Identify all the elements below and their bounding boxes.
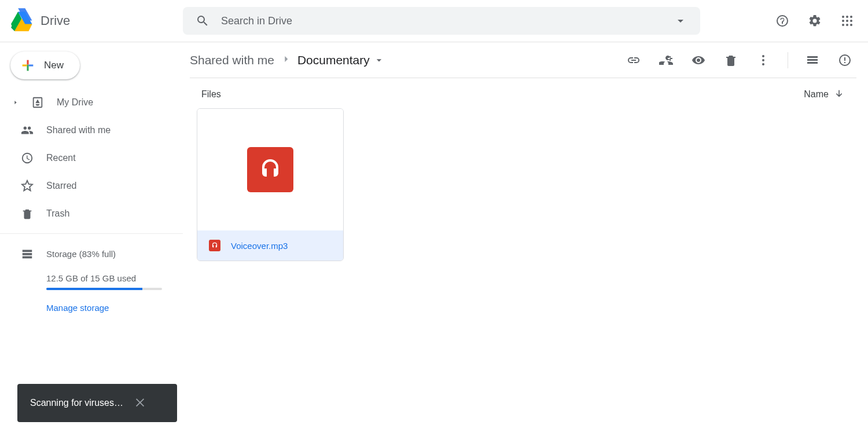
clock-icon	[21, 152, 34, 164]
sidebar-item-label: Starred	[46, 181, 76, 191]
audio-file-icon	[209, 240, 220, 251]
search-bar[interactable]	[183, 7, 700, 35]
sidebar: New My Drive Shared with me Recent Starr…	[0, 42, 183, 436]
drive-logo-icon	[9, 7, 35, 35]
audio-file-icon	[247, 147, 293, 192]
search-container	[183, 7, 700, 35]
svg-point-8	[846, 20, 848, 22]
delete-icon[interactable]	[719, 49, 742, 72]
svg-point-13	[762, 55, 764, 57]
svg-point-4	[842, 16, 844, 18]
sidebar-item-shared-with-me[interactable]: Shared with me	[0, 116, 176, 144]
divider	[0, 233, 183, 234]
storage-used-text: 12.5 GB of 15 GB used	[46, 273, 170, 283]
file-card[interactable]: Voiceover.mp3	[197, 108, 344, 261]
sidebar-item-label: My Drive	[57, 97, 93, 108]
arrow-down-icon	[833, 89, 845, 100]
file-thumbnail	[197, 109, 343, 230]
storage-label: Storage (83% full)	[46, 249, 116, 259]
file-footer: Voiceover.mp3	[197, 230, 343, 261]
header-actions	[771, 9, 859, 32]
breadcrumb-current-label: Documentary	[297, 53, 370, 67]
svg-point-7	[842, 20, 844, 22]
storage-icon	[21, 247, 34, 260]
app-name: Drive	[41, 13, 70, 28]
star-icon	[21, 179, 34, 192]
search-options-dropdown-icon[interactable]	[669, 9, 692, 32]
chevron-right-icon	[280, 53, 292, 67]
search-input[interactable]	[214, 15, 669, 27]
preview-icon[interactable]	[687, 49, 710, 72]
selection-actions	[622, 49, 856, 72]
settings-icon[interactable]	[803, 9, 826, 32]
svg-point-14	[762, 59, 764, 61]
view-details-icon[interactable]	[833, 49, 856, 72]
plus-icon	[20, 57, 36, 74]
sidebar-item-starred[interactable]: Starred	[0, 172, 176, 200]
sidebar-item-trash[interactable]: Trash	[0, 200, 176, 228]
get-link-icon[interactable]	[622, 49, 645, 72]
new-button[interactable]: New	[10, 52, 80, 79]
share-icon[interactable]	[654, 49, 678, 72]
more-actions-icon[interactable]	[752, 49, 775, 72]
list-view-icon[interactable]	[801, 49, 824, 72]
people-icon	[21, 124, 34, 137]
storage-section: Storage (83% full) 12.5 GB of 15 GB used…	[0, 239, 183, 313]
chevron-right-icon	[13, 97, 19, 108]
svg-point-10	[842, 24, 844, 26]
main-panel: Shared with me Documentary Files	[183, 42, 868, 436]
logo-section[interactable]: Drive	[9, 7, 183, 35]
divider	[788, 52, 788, 68]
svg-point-12	[850, 24, 852, 26]
sidebar-item-label: Recent	[46, 153, 76, 163]
file-grid: Voiceover.mp3	[190, 108, 856, 261]
svg-point-5	[846, 16, 848, 18]
breadcrumb-bar: Shared with me Documentary	[190, 42, 856, 78]
new-button-label: New	[44, 60, 64, 71]
svg-point-6	[850, 16, 852, 18]
trash-icon	[21, 207, 34, 220]
file-name: Voiceover.mp3	[231, 241, 288, 251]
files-section-label: Files	[201, 89, 221, 100]
sort-by-name[interactable]: Name	[804, 89, 845, 100]
toast-message: Scanning for viruses…	[30, 398, 123, 408]
breadcrumb: Shared with me Documentary	[190, 53, 385, 67]
name-column-label: Name	[804, 89, 829, 100]
svg-point-15	[762, 63, 764, 65]
svg-point-9	[850, 20, 852, 22]
caret-down-icon	[373, 54, 385, 66]
toast-notification: Scanning for viruses…	[17, 384, 177, 422]
column-headers: Files Name	[190, 78, 856, 108]
sidebar-item-storage[interactable]: Storage (83% full)	[21, 242, 170, 265]
storage-progress-fill	[46, 288, 142, 290]
sidebar-item-my-drive[interactable]: My Drive	[0, 89, 176, 116]
breadcrumb-current[interactable]: Documentary	[297, 53, 385, 67]
sidebar-item-label: Shared with me	[46, 125, 111, 135]
my-drive-icon	[31, 96, 44, 109]
sidebar-item-label: Trash	[46, 208, 69, 219]
header: Drive	[0, 0, 868, 42]
support-icon[interactable]	[771, 9, 794, 32]
storage-progress	[46, 288, 162, 290]
breadcrumb-parent[interactable]: Shared with me	[190, 53, 274, 67]
sidebar-item-recent[interactable]: Recent	[0, 144, 176, 172]
svg-point-11	[846, 24, 848, 26]
close-icon[interactable]	[134, 395, 146, 411]
manage-storage-link[interactable]: Manage storage	[46, 303, 170, 313]
apps-grid-icon[interactable]	[836, 9, 859, 32]
search-icon[interactable]	[191, 9, 214, 32]
